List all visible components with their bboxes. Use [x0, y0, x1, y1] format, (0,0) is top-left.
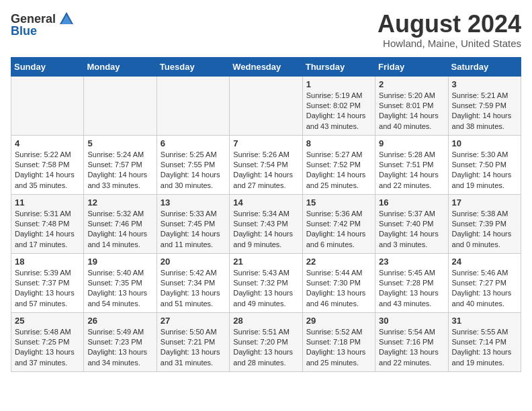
day-info: Sunrise: 5:33 AM Sunset: 7:45 PM Dayligh… — [161, 209, 226, 250]
calendar-cell: 6Sunrise: 5:25 AM Sunset: 7:55 PM Daylig… — [157, 135, 229, 194]
calendar-cell: 18Sunrise: 5:39 AM Sunset: 7:37 PM Dayli… — [11, 253, 84, 312]
calendar-cell: 20Sunrise: 5:42 AM Sunset: 7:34 PM Dayli… — [157, 253, 229, 312]
day-of-week-sunday: Sunday — [11, 57, 84, 76]
calendar-cell — [157, 76, 229, 135]
day-number: 12 — [87, 197, 152, 208]
day-info: Sunrise: 5:28 AM Sunset: 7:51 PM Dayligh… — [379, 150, 444, 191]
calendar-cell: 16Sunrise: 5:37 AM Sunset: 7:40 PM Dayli… — [375, 194, 448, 253]
day-info: Sunrise: 5:43 AM Sunset: 7:32 PM Dayligh… — [233, 268, 298, 310]
logo-blue-text: Blue — [11, 24, 37, 38]
day-info: Sunrise: 5:34 AM Sunset: 7:43 PM Dayligh… — [233, 209, 298, 250]
calendar-cell — [230, 76, 302, 135]
calendar-header-row: SundayMondayTuesdayWednesdayThursdayFrid… — [11, 57, 521, 76]
calendar-week-row: 18Sunrise: 5:39 AM Sunset: 7:37 PM Dayli… — [11, 253, 521, 312]
day-info: Sunrise: 5:32 AM Sunset: 7:46 PM Dayligh… — [87, 209, 152, 250]
calendar-cell: 5Sunrise: 5:24 AM Sunset: 7:57 PM Daylig… — [84, 135, 157, 194]
day-number: 16 — [379, 197, 444, 208]
calendar-cell: 12Sunrise: 5:32 AM Sunset: 7:46 PM Dayli… — [84, 194, 157, 253]
title-section: August 2024 Howland, Maine, United State… — [378, 11, 521, 49]
calendar-cell: 8Sunrise: 5:27 AM Sunset: 7:52 PM Daylig… — [302, 135, 375, 194]
calendar-cell: 17Sunrise: 5:38 AM Sunset: 7:39 PM Dayli… — [448, 194, 521, 253]
day-number: 31 — [452, 316, 517, 326]
day-number: 10 — [452, 138, 517, 148]
calendar-week-row: 4Sunrise: 5:22 AM Sunset: 7:58 PM Daylig… — [11, 135, 521, 194]
day-number: 6 — [161, 138, 226, 148]
day-info: Sunrise: 5:19 AM Sunset: 8:02 PM Dayligh… — [306, 91, 371, 132]
location-text: Howland, Maine, United States — [378, 38, 521, 49]
calendar-week-row: 1Sunrise: 5:19 AM Sunset: 8:02 PM Daylig… — [11, 76, 521, 135]
calendar-cell: 27Sunrise: 5:50 AM Sunset: 7:21 PM Dayli… — [157, 312, 229, 371]
day-number: 18 — [15, 257, 80, 267]
day-of-week-thursday: Thursday — [302, 57, 375, 76]
day-number: 15 — [306, 197, 371, 208]
day-number: 20 — [161, 257, 226, 267]
day-info: Sunrise: 5:52 AM Sunset: 7:18 PM Dayligh… — [306, 327, 371, 369]
day-number: 23 — [379, 257, 444, 267]
logo: General Blue — [11, 11, 75, 38]
calendar-cell: 15Sunrise: 5:36 AM Sunset: 7:42 PM Dayli… — [302, 194, 375, 253]
day-info: Sunrise: 5:31 AM Sunset: 7:48 PM Dayligh… — [15, 209, 80, 250]
calendar-table: SundayMondayTuesdayWednesdayThursdayFrid… — [11, 57, 521, 372]
calendar-cell — [84, 76, 157, 135]
day-info: Sunrise: 5:42 AM Sunset: 7:34 PM Dayligh… — [161, 268, 226, 310]
day-of-week-saturday: Saturday — [448, 57, 521, 76]
calendar-cell: 3Sunrise: 5:21 AM Sunset: 7:59 PM Daylig… — [448, 76, 521, 135]
calendar-cell: 30Sunrise: 5:54 AM Sunset: 7:16 PM Dayli… — [375, 312, 448, 371]
calendar-cell: 7Sunrise: 5:26 AM Sunset: 7:54 PM Daylig… — [230, 135, 302, 194]
day-number: 14 — [233, 197, 298, 208]
day-number: 5 — [87, 138, 152, 148]
day-info: Sunrise: 5:25 AM Sunset: 7:55 PM Dayligh… — [161, 150, 226, 191]
month-year-title: August 2024 — [378, 11, 521, 38]
day-number: 28 — [233, 316, 298, 326]
day-number: 2 — [379, 79, 444, 89]
day-info: Sunrise: 5:54 AM Sunset: 7:16 PM Dayligh… — [379, 327, 444, 369]
day-number: 3 — [452, 79, 517, 89]
calendar-cell: 22Sunrise: 5:44 AM Sunset: 7:30 PM Dayli… — [302, 253, 375, 312]
day-number: 21 — [233, 257, 298, 267]
day-info: Sunrise: 5:51 AM Sunset: 7:20 PM Dayligh… — [233, 327, 298, 369]
calendar-cell: 9Sunrise: 5:28 AM Sunset: 7:51 PM Daylig… — [375, 135, 448, 194]
day-info: Sunrise: 5:39 AM Sunset: 7:37 PM Dayligh… — [15, 268, 80, 310]
calendar-cell: 21Sunrise: 5:43 AM Sunset: 7:32 PM Dayli… — [230, 253, 302, 312]
day-of-week-monday: Monday — [84, 57, 157, 76]
day-number: 26 — [87, 316, 152, 326]
day-of-week-wednesday: Wednesday — [230, 57, 302, 76]
calendar-cell: 1Sunrise: 5:19 AM Sunset: 8:02 PM Daylig… — [302, 76, 375, 135]
day-info: Sunrise: 5:55 AM Sunset: 7:14 PM Dayligh… — [452, 327, 517, 369]
day-number: 25 — [15, 316, 80, 326]
day-info: Sunrise: 5:40 AM Sunset: 7:35 PM Dayligh… — [87, 268, 152, 310]
day-number: 8 — [306, 138, 371, 148]
calendar-cell: 13Sunrise: 5:33 AM Sunset: 7:45 PM Dayli… — [157, 194, 229, 253]
page-header: General Blue August 2024 Howland, Maine,… — [11, 11, 521, 49]
day-info: Sunrise: 5:48 AM Sunset: 7:25 PM Dayligh… — [15, 327, 80, 369]
calendar-cell: 2Sunrise: 5:20 AM Sunset: 8:01 PM Daylig… — [375, 76, 448, 135]
day-of-week-friday: Friday — [375, 57, 448, 76]
calendar-week-row: 25Sunrise: 5:48 AM Sunset: 7:25 PM Dayli… — [11, 312, 521, 371]
day-number: 29 — [306, 316, 371, 326]
day-number: 1 — [306, 79, 371, 89]
day-info: Sunrise: 5:38 AM Sunset: 7:39 PM Dayligh… — [452, 209, 517, 250]
calendar-cell: 23Sunrise: 5:45 AM Sunset: 7:28 PM Dayli… — [375, 253, 448, 312]
day-info: Sunrise: 5:27 AM Sunset: 7:52 PM Dayligh… — [306, 150, 371, 191]
day-info: Sunrise: 5:21 AM Sunset: 7:59 PM Dayligh… — [452, 91, 517, 132]
day-info: Sunrise: 5:30 AM Sunset: 7:50 PM Dayligh… — [452, 150, 517, 191]
day-number: 13 — [161, 197, 226, 208]
calendar-cell: 10Sunrise: 5:30 AM Sunset: 7:50 PM Dayli… — [448, 135, 521, 194]
day-info: Sunrise: 5:44 AM Sunset: 7:30 PM Dayligh… — [306, 268, 371, 310]
logo-icon — [58, 11, 75, 27]
calendar-cell: 31Sunrise: 5:55 AM Sunset: 7:14 PM Dayli… — [448, 312, 521, 371]
calendar-cell: 25Sunrise: 5:48 AM Sunset: 7:25 PM Dayli… — [11, 312, 84, 371]
day-info: Sunrise: 5:22 AM Sunset: 7:58 PM Dayligh… — [15, 150, 80, 191]
calendar-cell: 28Sunrise: 5:51 AM Sunset: 7:20 PM Dayli… — [230, 312, 302, 371]
calendar-week-row: 11Sunrise: 5:31 AM Sunset: 7:48 PM Dayli… — [11, 194, 521, 253]
day-number: 17 — [452, 197, 517, 208]
day-info: Sunrise: 5:26 AM Sunset: 7:54 PM Dayligh… — [233, 150, 298, 191]
day-number: 11 — [15, 197, 80, 208]
calendar-cell: 26Sunrise: 5:49 AM Sunset: 7:23 PM Dayli… — [84, 312, 157, 371]
calendar-cell — [11, 76, 84, 135]
day-number: 27 — [161, 316, 226, 326]
calendar-cell: 19Sunrise: 5:40 AM Sunset: 7:35 PM Dayli… — [84, 253, 157, 312]
day-number: 22 — [306, 257, 371, 267]
calendar-cell: 24Sunrise: 5:46 AM Sunset: 7:27 PM Dayli… — [448, 253, 521, 312]
day-info: Sunrise: 5:49 AM Sunset: 7:23 PM Dayligh… — [87, 327, 152, 369]
